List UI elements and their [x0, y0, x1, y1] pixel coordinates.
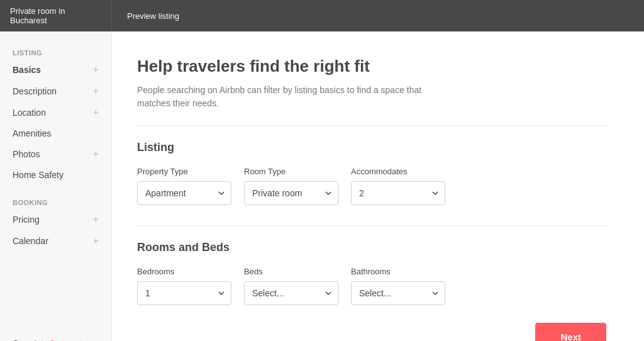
page-subtitle: People searching on Airbnb can filter by… [137, 84, 439, 110]
preview-label-text: Preview listing [127, 11, 179, 21]
preview-listing-link[interactable]: Preview listing [112, 11, 194, 21]
room-type-label: Room Type [244, 167, 338, 176]
sidebar-location-label: Location [13, 108, 46, 118]
bedrooms-select[interactable]: 1 2 3 4 [137, 281, 231, 305]
sidebar-calendar-label: Calendar [13, 236, 48, 246]
sidebar-item-description[interactable]: Description + [0, 81, 111, 102]
property-type-label: Property Type [137, 167, 231, 176]
bathrooms-label: Bathrooms [351, 267, 445, 276]
sidebar-item-home-safety[interactable]: Home Safety [0, 165, 111, 185]
bedrooms-group: Bedrooms 1 2 3 4 [137, 267, 231, 305]
main-layout: Listing Basics + Description + Location … [0, 31, 644, 341]
sidebar-basics-label: Basics [13, 65, 41, 75]
listing-form-row: Property Type Apartment House Villa Stud… [137, 167, 606, 205]
bathrooms-select[interactable]: Select... 1 1.5 2 [351, 281, 445, 305]
basics-plus-icon: + [93, 64, 99, 75]
bathrooms-group: Bathrooms Select... 1 1.5 2 [351, 267, 445, 305]
booking-section-label: Booking [0, 194, 111, 209]
listing-title-header: Private room in Bucharest [0, 0, 112, 31]
accommodates-label: Accommodates [351, 167, 445, 176]
listing-title-text: Private room in Bucharest [10, 6, 101, 25]
sidebar-footer: Complete 6 steps to list your space. [0, 326, 111, 341]
listing-section-title: Listing [137, 141, 606, 154]
listing-section-label: Listing [0, 44, 111, 59]
steps-link[interactable]: 6 steps [50, 338, 78, 341]
rooms-section-title: Rooms and Beds [137, 241, 606, 254]
room-type-select[interactable]: Private room Entire home/apt Shared room [244, 181, 338, 205]
accommodates-select[interactable]: 1 2 3 4 5 6 [351, 181, 445, 205]
rooms-form-row: Bedrooms 1 2 3 4 Beds Select... 1 2 3 [137, 267, 606, 305]
calendar-plus-icon: + [93, 235, 99, 247]
sidebar-pricing-label: Pricing [13, 215, 40, 225]
sidebar-item-basics[interactable]: Basics + [0, 59, 111, 81]
sidebar-item-calendar[interactable]: Calendar + [0, 230, 111, 252]
beds-group: Beds Select... 1 2 3 [244, 267, 338, 305]
sidebar: Listing Basics + Description + Location … [0, 31, 112, 341]
description-plus-icon: + [93, 86, 99, 97]
sidebar-item-amenities[interactable]: Amenities [0, 123, 111, 143]
next-button[interactable]: Next [535, 323, 606, 341]
photos-plus-icon: + [93, 148, 99, 160]
top-header: Private room in Bucharest Preview listin… [0, 0, 644, 31]
beds-select[interactable]: Select... 1 2 3 [244, 281, 338, 305]
page-title: Help travelers find the right fit [137, 57, 606, 76]
property-type-select[interactable]: Apartment House Villa Studio Condo [137, 181, 231, 205]
beds-label: Beds [244, 267, 338, 276]
accommodates-group: Accommodates 1 2 3 4 5 6 [351, 167, 445, 205]
rooms-beds-section: Rooms and Beds Bedrooms 1 2 3 4 Beds Sel… [137, 225, 606, 305]
divider-1 [137, 125, 606, 126]
bedrooms-label: Bedrooms [137, 267, 231, 276]
sidebar-home-safety-label: Home Safety [13, 170, 64, 180]
sidebar-photos-label: Photos [13, 149, 40, 159]
pricing-plus-icon: + [93, 214, 99, 225]
divider-2 [137, 225, 606, 226]
steps-link-text: 6 steps [50, 338, 78, 341]
sidebar-description-label: Description [13, 86, 57, 96]
sidebar-item-location[interactable]: Location + [0, 102, 111, 123]
location-plus-icon: + [93, 107, 99, 118]
property-type-group: Property Type Apartment House Villa Stud… [137, 167, 231, 205]
sidebar-item-photos[interactable]: Photos + [0, 143, 111, 165]
footer-actions: Next [137, 310, 606, 341]
sidebar-item-pricing[interactable]: Pricing + [0, 209, 111, 230]
footer-text-before: Complete [13, 338, 50, 341]
sidebar-amenities-label: Amenities [13, 128, 51, 138]
main-content: Help travelers find the right fit People… [112, 31, 644, 341]
room-type-group: Room Type Private room Entire home/apt S… [244, 167, 338, 205]
